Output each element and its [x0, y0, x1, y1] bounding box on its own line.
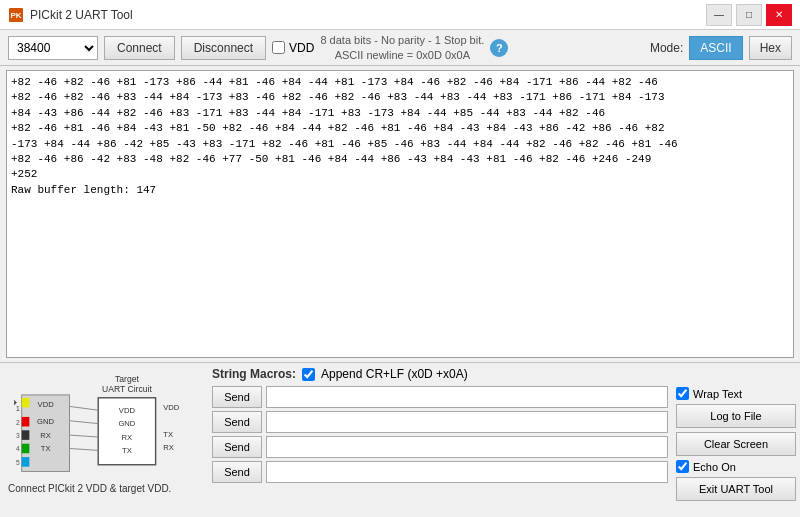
- svg-text:RX: RX: [40, 431, 51, 440]
- svg-rect-15: [22, 398, 30, 408]
- svg-text:VDD: VDD: [163, 403, 180, 412]
- log-to-file-button[interactable]: Log to File: [676, 404, 796, 428]
- maximize-button[interactable]: □: [736, 4, 762, 26]
- macro-row-2: Send: [212, 411, 668, 433]
- exit-uart-button[interactable]: Exit UART Tool: [676, 477, 796, 501]
- svg-line-27: [70, 435, 99, 437]
- svg-text:2: 2: [16, 419, 20, 426]
- svg-text:UART Circuit: UART Circuit: [102, 384, 152, 394]
- macro-input-4[interactable]: [266, 461, 668, 483]
- svg-text:VDD: VDD: [38, 400, 55, 409]
- circuit-svg: Target UART Circuit VDD GND RX TX 1 2 3 …: [8, 371, 198, 481]
- send-button-4[interactable]: Send: [212, 461, 262, 483]
- macro-input-2[interactable]: [266, 411, 668, 433]
- vdd-label: VDD: [289, 41, 314, 55]
- macro-row-3: Send: [212, 436, 668, 458]
- echo-on-checkbox[interactable]: [676, 460, 689, 473]
- send-button-1[interactable]: Send: [212, 386, 262, 408]
- macro-input-1[interactable]: [266, 386, 668, 408]
- circuit-diagram-section: Target UART Circuit VDD GND RX TX 1 2 3 …: [4, 367, 204, 513]
- svg-rect-18: [22, 444, 30, 454]
- echo-on-label: Echo On: [693, 461, 736, 473]
- info-text: 8 data bits - No parity - 1 Stop bit. AS…: [320, 33, 484, 62]
- svg-text:Target: Target: [115, 374, 139, 384]
- close-button[interactable]: ✕: [766, 4, 792, 26]
- macro-row-4: Send: [212, 461, 668, 483]
- title-bar: PK PICkit 2 UART Tool — □ ✕: [0, 0, 800, 30]
- append-crlf-checkbox[interactable]: [302, 368, 315, 381]
- wrap-text-group: Wrap Text: [676, 387, 796, 400]
- svg-text:4: 4: [16, 445, 20, 452]
- output-area[interactable]: +82 -46 +82 -46 +81 -173 +86 -44 +81 -46…: [6, 70, 794, 358]
- disconnect-button[interactable]: Disconnect: [181, 36, 266, 60]
- clear-screen-button[interactable]: Clear Screen: [676, 432, 796, 456]
- svg-text:3: 3: [16, 432, 20, 439]
- circuit-connect-label: Connect PICkit 2 VDD & target VDD.: [8, 483, 171, 494]
- help-icon[interactable]: ?: [490, 39, 508, 57]
- mode-hex-button[interactable]: Hex: [749, 36, 792, 60]
- svg-text:RX: RX: [122, 433, 133, 442]
- svg-text:TX: TX: [41, 444, 51, 453]
- svg-rect-17: [22, 430, 30, 440]
- svg-text:VDD: VDD: [119, 406, 136, 415]
- baud-rate-select[interactable]: 38400 1200 2400 4800 9600 19200 57600 11…: [8, 36, 98, 60]
- right-buttons-panel: Wrap Text Log to File Clear Screen Echo …: [676, 367, 796, 513]
- macros-title: String Macros:: [212, 367, 296, 381]
- wrap-text-label: Wrap Text: [693, 388, 742, 400]
- vdd-checkbox[interactable]: [272, 41, 285, 54]
- svg-text:5: 5: [16, 459, 20, 466]
- svg-text:RX: RX: [163, 443, 174, 452]
- mode-ascii-button[interactable]: ASCII: [689, 36, 742, 60]
- svg-line-25: [70, 406, 99, 410]
- svg-text:TX: TX: [122, 446, 132, 455]
- main-area: +82 -46 +82 -46 +81 -173 +86 -44 +81 -46…: [0, 66, 800, 517]
- send-button-2[interactable]: Send: [212, 411, 262, 433]
- macros-header: String Macros: Append CR+LF (x0D +x0A): [212, 367, 668, 381]
- toolbar: 38400 1200 2400 4800 9600 19200 57600 11…: [0, 30, 800, 66]
- wrap-text-checkbox[interactable]: [676, 387, 689, 400]
- svg-text:1: 1: [16, 405, 20, 412]
- svg-rect-19: [22, 457, 30, 467]
- macro-input-3[interactable]: [266, 436, 668, 458]
- echo-on-group: Echo On: [676, 460, 796, 473]
- send-button-3[interactable]: Send: [212, 436, 262, 458]
- bottom-panel: Target UART Circuit VDD GND RX TX 1 2 3 …: [0, 362, 800, 517]
- mode-label: Mode:: [650, 41, 683, 55]
- svg-text:GND: GND: [37, 417, 54, 426]
- window-controls: — □ ✕: [706, 4, 792, 26]
- svg-text:PK: PK: [10, 11, 21, 20]
- macros-section: String Macros: Append CR+LF (x0D +x0A) S…: [212, 367, 668, 513]
- append-crlf-label: Append CR+LF (x0D +x0A): [321, 367, 468, 381]
- minimize-button[interactable]: —: [706, 4, 732, 26]
- connect-button[interactable]: Connect: [104, 36, 175, 60]
- svg-line-26: [70, 421, 99, 424]
- window-title: PICkit 2 UART Tool: [30, 8, 706, 22]
- app-icon: PK: [8, 7, 24, 23]
- vdd-checkbox-group: VDD: [272, 41, 314, 55]
- svg-rect-16: [22, 417, 30, 427]
- macro-row-1: Send: [212, 386, 668, 408]
- svg-text:GND: GND: [118, 419, 135, 428]
- svg-text:TX: TX: [163, 430, 173, 439]
- svg-line-28: [70, 448, 99, 450]
